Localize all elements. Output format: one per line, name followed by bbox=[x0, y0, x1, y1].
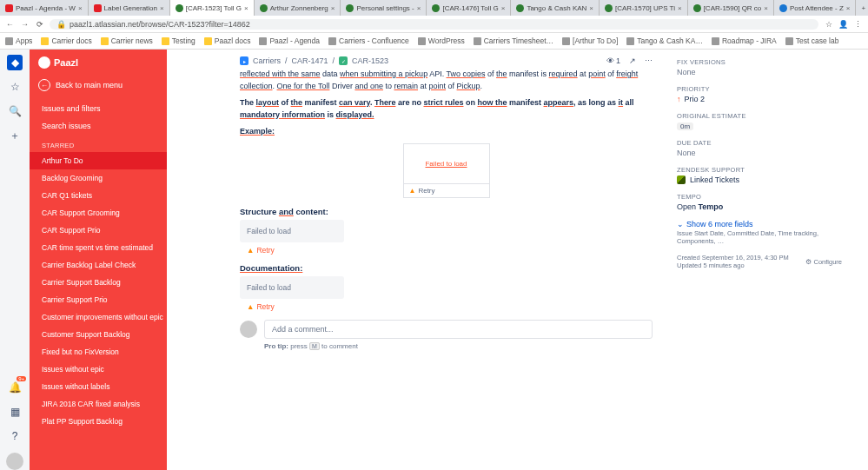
browser-tab[interactable]: [CAR-1590] QR co× bbox=[688, 0, 774, 16]
priority-value[interactable]: ↑Prio 2 bbox=[677, 95, 842, 103]
comment-input[interactable]: Add a comment... bbox=[264, 320, 653, 339]
sidebar-filter-item[interactable]: Backlog Grooming bbox=[30, 169, 167, 187]
issues-and-filters-link[interactable]: Issues and filters bbox=[30, 100, 167, 117]
browser-tab[interactable]: [CAR-1570] UPS Ti× bbox=[600, 0, 688, 16]
browser-tab[interactable]: Paazl - Agenda - W× bbox=[0, 0, 89, 16]
brand-logo-icon bbox=[38, 56, 50, 69]
help-icon[interactable]: ? bbox=[7, 428, 23, 444]
bookmark-item[interactable]: Tango & Cash KA… bbox=[626, 36, 703, 45]
watchers[interactable]: 👁1 bbox=[606, 56, 620, 65]
close-tab-icon[interactable]: × bbox=[589, 4, 593, 12]
sidebar-filter-item[interactable]: CAR Support Grooming bbox=[30, 204, 167, 222]
avatar-icon[interactable] bbox=[6, 453, 23, 470]
original-estimate-label: ORIGINAL ESTIMATE bbox=[677, 112, 842, 120]
apps-icon[interactable]: ▦ bbox=[7, 404, 23, 420]
bookmark-item[interactable]: Test case lab bbox=[785, 36, 839, 45]
bookmark-icon bbox=[562, 37, 570, 45]
browser-tab[interactable]: [CAR-1476] Toll G× bbox=[427, 0, 511, 16]
breadcrumb: ▸ Carriers / CAR-1471 / ✓ CAR-1523 👁1 ↗ … bbox=[240, 56, 653, 65]
more-icon[interactable]: ⋯ bbox=[645, 56, 653, 65]
bookmark-item[interactable]: Carrier news bbox=[101, 36, 153, 45]
forward-icon[interactable]: → bbox=[20, 20, 30, 29]
browser-tab[interactable]: [CAR-1523] Toll G× bbox=[170, 0, 255, 16]
bookmark-item[interactable]: Carriers - Confluence bbox=[328, 36, 409, 45]
profile-icon[interactable]: 👤 bbox=[838, 20, 848, 29]
structure-retry[interactable]: ▲Retry bbox=[240, 246, 653, 255]
sidebar-filter-item[interactable]: Carrier Support Prio bbox=[30, 291, 167, 308]
bookmark-item[interactable]: WordPress bbox=[418, 36, 465, 45]
original-estimate-value[interactable]: 0m bbox=[677, 122, 842, 130]
documentation-retry[interactable]: ▲Retry bbox=[240, 302, 653, 311]
chevron-down-icon: ⌄ bbox=[677, 220, 684, 228]
search-nav-icon[interactable]: 🔍 bbox=[7, 103, 23, 119]
close-tab-icon[interactable]: × bbox=[78, 4, 83, 12]
favicon-icon bbox=[346, 4, 354, 12]
sidebar-filter-item[interactable]: Issues without labels bbox=[30, 378, 167, 395]
sidebar-filter-item[interactable]: Arthur To Do bbox=[30, 152, 167, 169]
browser-tab[interactable]: Label Generation× bbox=[89, 0, 170, 16]
browser-tab[interactable]: Tango & Cash KAN× bbox=[511, 0, 600, 16]
close-tab-icon[interactable]: × bbox=[417, 4, 421, 12]
bookmark-item[interactable]: [Arthur To Do] bbox=[562, 36, 618, 45]
breadcrumb-project[interactable]: Carriers bbox=[253, 56, 281, 65]
eye-icon: 👁 bbox=[606, 56, 614, 65]
close-tab-icon[interactable]: × bbox=[244, 4, 248, 12]
close-tab-icon[interactable]: × bbox=[160, 4, 164, 12]
sidebar-filter-item[interactable]: Carrier Backlog Label Check bbox=[30, 256, 167, 274]
sidebar-filter-item[interactable]: Issues without epic bbox=[30, 361, 167, 378]
sidebar-filter-item[interactable]: Customer improvements without epic bbox=[30, 308, 167, 326]
bookmark-icon bbox=[162, 37, 169, 45]
url-text: paazl1.atlassian.net/browse/CAR-1523?fil… bbox=[70, 20, 250, 29]
sidebar-filter-item[interactable]: Plat PP Support Backlog bbox=[30, 413, 167, 430]
notification-icon[interactable]: 🔔9+ bbox=[7, 380, 23, 395]
close-tab-icon[interactable]: × bbox=[846, 4, 851, 12]
menu-icon[interactable]: ⋮ bbox=[853, 20, 863, 29]
back-to-main[interactable]: ← Back to main menu bbox=[30, 76, 167, 100]
attachment-retry[interactable]: ▲Retry bbox=[404, 183, 489, 197]
sidebar-filter-item[interactable]: JIRA 2018 CAR fixed analysis bbox=[30, 395, 167, 413]
close-tab-icon[interactable]: × bbox=[331, 4, 335, 12]
new-tab-button[interactable]: + bbox=[856, 4, 868, 12]
star-icon[interactable]: ☆ bbox=[824, 20, 833, 29]
close-tab-icon[interactable]: × bbox=[764, 4, 768, 12]
reload-icon[interactable]: ⟳ bbox=[35, 20, 44, 29]
tempo-value[interactable]: Open Tempo bbox=[677, 202, 842, 211]
breadcrumb-issue[interactable]: CAR-1523 bbox=[352, 56, 388, 65]
zendesk-value[interactable]: Linked Tickets bbox=[677, 175, 842, 184]
brand: Paazl bbox=[30, 50, 167, 76]
url-field[interactable]: 🔒 paazl1.atlassian.net/browse/CAR-1523?f… bbox=[50, 19, 818, 30]
browser-tab[interactable]: Personal settings -× bbox=[341, 0, 427, 16]
bookmark-item[interactable]: Testing bbox=[162, 36, 195, 45]
browser-tab[interactable]: Post Attendee - Z× bbox=[774, 0, 856, 16]
fix-versions-value[interactable]: None bbox=[677, 68, 842, 76]
bookmark-item[interactable]: Paazl - Agenda bbox=[259, 36, 320, 45]
star-nav-icon[interactable]: ☆ bbox=[7, 79, 23, 95]
sidebar-filter-item[interactable]: Carrier Support Backlog bbox=[30, 274, 167, 291]
browser-tab[interactable]: Arthur Zonnenberg× bbox=[255, 0, 341, 16]
share-icon[interactable]: ↗ bbox=[629, 56, 636, 65]
back-icon[interactable]: ← bbox=[5, 20, 15, 29]
bookmark-item[interactable]: Roadmap - JIRA bbox=[712, 36, 777, 45]
issue-details-panel: FIX VERSIONS None PRIORITY ↑Prio 2 ORIGI… bbox=[666, 50, 868, 470]
sidebar-filter-item[interactable]: CAR time spent vs time estimated bbox=[30, 239, 167, 256]
sidebar-filter-item[interactable]: CAR Q1 tickets bbox=[30, 187, 167, 204]
breadcrumb-parent[interactable]: CAR-1471 bbox=[292, 56, 328, 65]
close-tab-icon[interactable]: × bbox=[501, 4, 506, 12]
sidebar-filter-item[interactable]: Fixed but no FixVersion bbox=[30, 343, 167, 361]
jira-logo-icon[interactable]: ◆ bbox=[7, 55, 23, 70]
sidebar-filter-item[interactable]: CAR Support Prio bbox=[30, 222, 167, 239]
bookmark-item[interactable]: Carriers Timesheet… bbox=[474, 36, 553, 45]
due-date-label: DUE DATE bbox=[677, 139, 842, 147]
search-issues-link[interactable]: Search issues bbox=[30, 117, 167, 135]
show-more-fields[interactable]: ⌄Show 6 more fields bbox=[677, 220, 842, 228]
favicon-icon bbox=[176, 4, 183, 12]
sidebar-filter-item[interactable]: Customer Support Backlog bbox=[30, 326, 167, 343]
due-date-value[interactable]: None bbox=[677, 149, 842, 157]
bookmark-item[interactable]: Apps bbox=[5, 36, 32, 45]
configure-button[interactable]: ⚙Configure bbox=[805, 254, 842, 269]
bookmark-item[interactable]: Paazl docs bbox=[204, 36, 251, 45]
bookmark-item[interactable]: Carrier docs bbox=[41, 36, 91, 45]
close-tab-icon[interactable]: × bbox=[678, 4, 682, 12]
bookmark-icon bbox=[204, 37, 212, 45]
create-icon[interactable]: ＋ bbox=[7, 128, 23, 143]
